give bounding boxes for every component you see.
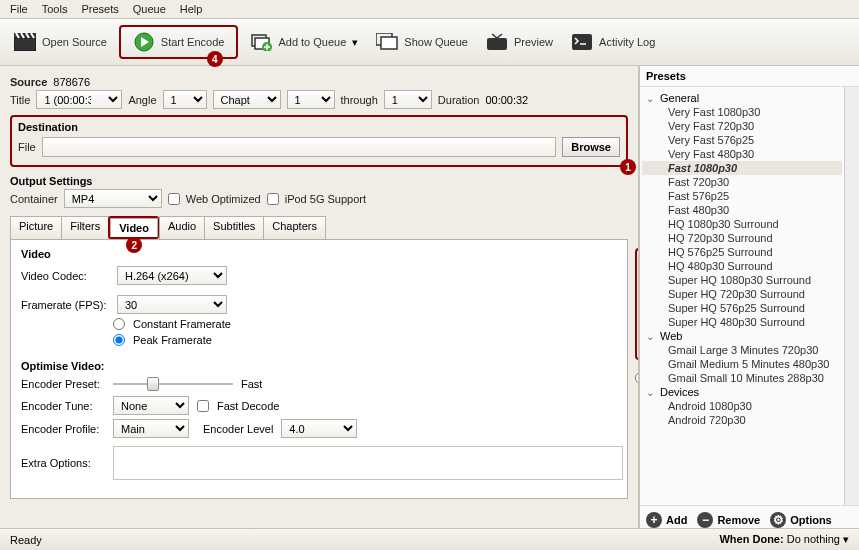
tab-video[interactable]: Video [110,218,158,237]
preset-item[interactable]: Android 720p30 [642,413,842,427]
plus-icon: + [646,512,662,528]
video-panel: Video Video Codec: H.264 (x264) Framerat… [10,239,628,499]
preset-group-devices[interactable]: ⌄Devices [642,385,842,399]
web-optimized-check[interactable] [168,193,180,205]
fps-label: Framerate (FPS): [21,299,109,311]
when-done-label: When Done: [719,533,783,545]
output-settings-head: Output Settings [10,175,628,187]
preset-item[interactable]: Very Fast 480p30 [642,147,842,161]
preset-item[interactable]: Fast 576p25 [642,189,842,203]
preset-item[interactable]: HQ 1080p30 Surround [642,217,842,231]
preview-button[interactable]: Preview [480,29,559,55]
clapperboard-icon [14,31,36,53]
chapters-mode[interactable]: Chapters [213,90,281,109]
tab-chapters[interactable]: Chapters [263,216,326,239]
video-head: Video [21,248,623,260]
preset-group-general[interactable]: ⌄General [642,91,842,105]
through-label: through [341,94,378,106]
video-tab-highlight: Video 2 [108,216,159,239]
codec-label: Video Codec: [21,270,109,282]
destination-head: Destination [18,121,620,133]
menu-queue[interactable]: Queue [133,3,166,15]
optimise-head: Optimise Video: [21,360,623,372]
preset-tree[interactable]: ⌄General Very Fast 1080p30 Very Fast 720… [640,87,844,505]
tab-picture[interactable]: Picture [10,216,62,239]
menu-file[interactable]: File [10,3,28,15]
encoder-profile-select[interactable]: Main [113,419,189,438]
angle-select[interactable]: 1 [163,90,207,109]
angle-label: Angle [128,94,156,106]
browse-button[interactable]: Browse [562,137,620,157]
preset-scrollbar[interactable] [844,87,859,505]
activity-log-button[interactable]: Activity Log [565,29,661,55]
svg-rect-0 [14,38,36,51]
encoder-tune-label: Encoder Tune: [21,400,105,412]
chapter-to[interactable]: 1 [384,90,432,109]
chapter-from[interactable]: 1 [287,90,335,109]
destination-input[interactable] [42,137,557,157]
ipod-check[interactable] [267,193,279,205]
menu-bar: File Tools Presets Queue Help [0,0,859,19]
play-icon [133,31,155,53]
preset-item[interactable]: Android 1080p30 [642,399,842,413]
preset-options-button[interactable]: ⚙Options [770,512,832,528]
preset-item[interactable]: HQ 480p30 Surround [642,259,842,273]
extra-options-input[interactable] [113,446,623,480]
preset-item[interactable]: Gmail Large 3 Minutes 720p30 [642,343,842,357]
codec-select[interactable]: H.264 (x264) [117,266,227,285]
callout-badge-4: 4 [207,51,223,67]
terminal-icon [571,31,593,53]
show-queue-button[interactable]: Show Queue [370,29,474,55]
add-queue-icon [250,31,272,53]
tv-icon [486,31,508,53]
menu-tools[interactable]: Tools [42,3,68,15]
encoder-preset-slider[interactable] [113,376,233,392]
toolbar: Open Source Start Encode 4 Add to Queue … [0,19,859,66]
source-label: Source [10,76,47,88]
preset-remove-button[interactable]: −Remove [697,512,760,528]
menu-presets[interactable]: Presets [81,3,118,15]
preset-add-button[interactable]: +Add [646,512,687,528]
preset-item[interactable]: Very Fast 720p30 [642,119,842,133]
preset-item[interactable]: Super HQ 576p25 Surround [642,301,842,315]
gear-icon: ⚙ [770,512,786,528]
fast-decode-check[interactable] [197,400,209,412]
when-done-value[interactable]: Do nothing [787,533,840,545]
title-select[interactable]: 1 (00:00:32) [36,90,122,109]
preset-item[interactable]: Fast 720p30 [642,175,842,189]
open-source-button[interactable]: Open Source [8,29,113,55]
fps-select[interactable]: 30 [117,295,227,314]
queue-icon [376,31,398,53]
preset-item[interactable]: Gmail Small 10 Minutes 288p30 [642,371,842,385]
encoder-level-select[interactable]: 4.0 [281,419,357,438]
encoder-tune-select[interactable]: None [113,396,189,415]
ipod-label: iPod 5G Support [285,193,366,205]
source-value: 878676 [53,76,90,88]
preset-item[interactable]: Gmail Medium 5 Minutes 480p30 [642,357,842,371]
tabstrip: Picture Filters Video 2 Audio Subtitles … [10,216,628,239]
preset-group-web[interactable]: ⌄Web [642,329,842,343]
preset-item[interactable]: Very Fast 576p25 [642,133,842,147]
preset-item[interactable]: Very Fast 1080p30 [642,105,842,119]
tab-filters[interactable]: Filters [61,216,109,239]
menu-help[interactable]: Help [180,3,203,15]
peak-framerate-radio[interactable] [113,334,125,346]
preset-item[interactable]: Super HQ 1080p30 Surround [642,273,842,287]
encoder-level-label: Encoder Level [203,423,273,435]
dropdown-chevron-icon: ▾ [352,36,358,49]
preset-item[interactable]: HQ 576p25 Surround [642,245,842,259]
tab-subtitles[interactable]: Subtitles [204,216,264,239]
presets-head: Presets [640,66,859,87]
preset-item[interactable]: HQ 720p30 Surround [642,231,842,245]
container-select[interactable]: MP4 [64,189,162,208]
title-label: Title [10,94,30,106]
preset-item-selected[interactable]: Fast 1080p30 [642,161,842,175]
preset-item[interactable]: Super HQ 720p30 Surround [642,287,842,301]
constant-framerate-radio[interactable] [113,318,125,330]
svg-rect-10 [572,34,592,50]
preset-item[interactable]: Fast 480p30 [642,203,842,217]
preset-item[interactable]: Super HQ 480p30 Surround [642,315,842,329]
duration-value: 00:00:32 [485,94,528,106]
add-to-queue-button[interactable]: Add to Queue ▾ [244,29,364,55]
tab-audio[interactable]: Audio [159,216,205,239]
